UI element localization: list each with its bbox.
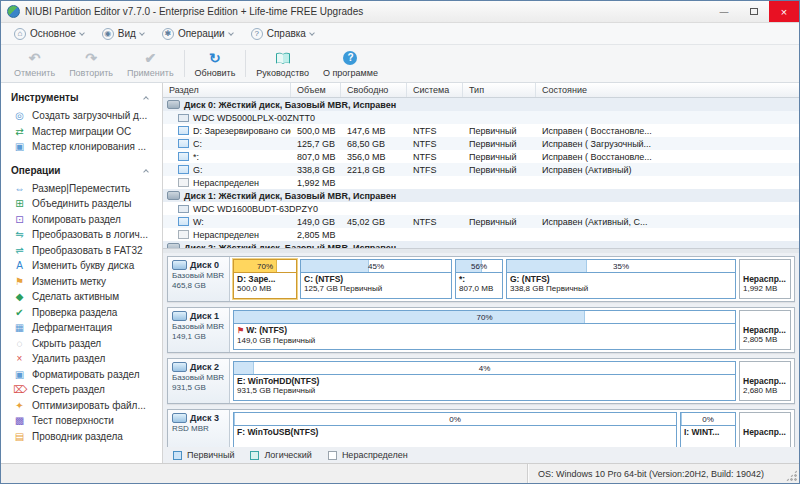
sidebar-item[interactable]: ✦Оптимизировать файл... [1,398,162,414]
sidebar-item-label: Изменить метку [32,276,106,287]
sidebar-item[interactable]: ⇋Преобразовать в логич... [1,227,162,243]
set-active-icon: ◆ [13,291,26,302]
sidebar-item[interactable]: AИзменить букву диска [1,258,162,274]
refresh-button[interactable]: ↻Обновить [188,46,243,81]
table-row[interactable]: Диск 1: Жёсткий диск, Базовый MBR, Испра… [163,189,799,202]
sidebar-item[interactable]: ▩Тест поверхности [1,413,162,429]
cell-value: 1,992 MB [291,176,341,189]
menu-item-operations[interactable]: ✱Операции [153,23,242,44]
sidebar-item[interactable]: ◆Сделать активным [1,289,162,305]
menu-bar: ⌂Основное◉Вид✱Операции?Справка [1,23,799,45]
disk-label-box[interactable]: Диск 3RSD MBR [168,410,230,447]
sidebar-item[interactable]: ⇄Мастер миграции ОС [1,124,162,140]
partition-icon [178,126,189,135]
app-logo-icon [7,5,20,18]
apply-button[interactable]: ✔Применить [120,46,181,81]
column-header[interactable]: Состояние [536,83,799,97]
cell-text: *: [193,152,199,162]
sidebar-item[interactable]: ▣Форматировать раздел [1,367,162,383]
sidebar-item[interactable]: ▣Мастер клонирования ... [1,139,162,155]
sidebar-item[interactable]: ×Удалить раздел [1,351,162,367]
column-header[interactable]: Раздел [163,83,291,97]
partition-block[interactable]: 0%I: WINT... [680,412,736,447]
table-row[interactable]: Нераспределен1,992 MB [163,176,799,189]
sidebar-item[interactable]: ▤Проводник раздела [1,429,162,445]
usage-bar [740,260,790,273]
table-row[interactable]: G:338,8 GB221,8 GBNTFSПервичныйИсправен … [163,163,799,176]
guide-button[interactable]: Руководство [249,46,316,81]
table-row[interactable]: WDC WD5000LPLX-00ZNTT0 [163,111,799,124]
disk-label-box[interactable]: Диск 1Базовый MBR149,1 GB [168,308,230,352]
disk-blocks: 70%D: Заре...500,0 MB45%C: (NTFS)125,7 G… [230,257,794,301]
partition-block[interactable]: 45%C: (NTFS)125,7 GB Первичный [300,259,452,299]
maximize-button[interactable] [739,1,769,22]
sidebar-item[interactable]: ⇌Преобразовать в FAT32 [1,243,162,259]
table-row[interactable]: Нераспределен2,805 MB [163,228,799,241]
partition-info: C: (NTFS)125,7 GB Первичный [301,273,451,298]
usage-bar: 4% [234,362,735,375]
disk-label-box[interactable]: Диск 2Базовый MBR931,5 GB [168,359,230,403]
cell-value: 500,0 MB [291,124,341,137]
table-row[interactable]: Диск 0: Жёсткий диск, Базовый MBR, Испра… [163,98,799,111]
toolbar: ↶Отменить↷Повторить✔Применить↻ОбновитьРу… [1,45,799,83]
hide-partition-icon: ◌ [13,338,26,349]
partition-size: 2,805 MB [743,335,787,345]
table-row[interactable]: C:125,7 GB68,50 GBNTFSПервичныйИсправен … [163,137,799,150]
partition-label: *: [459,274,499,284]
table-body: Диск 0: Жёсткий диск, Базовый MBR, Испра… [163,98,799,248]
partition-block[interactable]: 70%D: Заре...500,0 MB [233,259,297,299]
disk-label-box[interactable]: Диск 0Базовый MBR465,8 GB [168,257,230,301]
disk-scheme: RSD MBR [172,424,225,434]
unallocated-block[interactable]: Нераспр...2,680 MB [739,361,791,401]
unallocated-block[interactable]: Нераспр...1,992 MB [739,259,791,299]
sidebar-item[interactable]: ⇔Размер|Переместить [1,181,162,197]
menu-item-main[interactable]: ⌂Основное [5,23,93,44]
partition-label: D: Заре... [237,274,293,284]
usage-fill [681,413,682,425]
table-row[interactable]: D: Зарезервировано систе...500,0 MB147,6… [163,124,799,137]
about-button[interactable]: ?О программе [316,46,385,81]
column-header[interactable]: Тип [463,83,536,97]
usage-bar [740,362,790,375]
wipe-icon: ⌦ [13,384,26,395]
minimize-button[interactable]: — [709,1,739,22]
column-header[interactable]: Свободно [341,83,407,97]
partition-name-cell: Нераспределен [163,228,291,241]
usage-fill [507,260,587,272]
sidebar-section-tools[interactable]: Инструменты [1,87,162,108]
copy-icon: ⊡ [13,214,26,225]
sidebar-item[interactable]: ✔Проверка раздела [1,305,162,321]
table-row[interactable]: *:807,0 MB356,0 MBNTFSПервичныйИсправен … [163,150,799,163]
menu-item-help[interactable]: ?Справка [242,23,323,44]
partition-name-cell: D: Зарезервировано систе... [163,124,291,137]
partition-block[interactable]: 0%F: WinToUSB(NTFS) [233,412,677,447]
column-header[interactable]: Объем [291,83,341,97]
table-row[interactable]: Диск 2: Жёсткий диск, Базовый MBR, Испра… [163,241,799,248]
sidebar-item[interactable]: ◎Создать загрузочный д... [1,108,162,124]
column-header[interactable]: Система [407,83,463,97]
cell-value: 147,6 MB [341,124,407,137]
sidebar-item[interactable]: ⊡Копировать раздел [1,212,162,228]
sidebar-item[interactable]: ⚑Изменить метку [1,274,162,290]
undo-button[interactable]: ↶Отменить [7,46,62,81]
partition-block[interactable]: 56%*:807,0 MB [455,259,503,299]
unallocated-block[interactable]: Нераспр... [739,412,791,447]
sidebar-section-operations[interactable]: Операции [1,160,162,181]
cell-text: Диск 2: Жёсткий диск, Базовый MBR, Испра… [184,243,396,249]
menu-item-view[interactable]: ◉Вид [93,23,153,44]
sidebar-item[interactable]: ▦Дефрагментация [1,320,162,336]
sidebar-item[interactable]: ⊞Объединить разделы [1,196,162,212]
close-button[interactable]: × [769,1,799,22]
partition-block[interactable]: 70%⚑W: (NTFS)149,0 GB Первичный [233,310,736,350]
legend-label: Логический [264,450,311,460]
redo-button[interactable]: ↷Повторить [62,46,120,81]
sidebar-item-label: Форматировать раздел [32,369,140,380]
sidebar-item[interactable]: ◌Скрыть раздел [1,336,162,352]
unallocated-block[interactable]: Нераспр...2,805 MB [739,310,791,350]
cell-value: Исправен ( Загрузочный... [536,137,799,150]
table-row[interactable]: W:149,0 GB45,02 GBNTFSПервичныйИсправен … [163,215,799,228]
sidebar-item[interactable]: ⌦Стереть раздел [1,382,162,398]
partition-block[interactable]: 35%G: (NTFS)338,8 GB Первичный [506,259,736,299]
partition-block[interactable]: 4%E: WinToHDD(NTFS)931,5 GB Первичный [233,361,736,401]
table-row[interactable]: WDC WD1600BUDT-63DPZY0 [163,202,799,215]
